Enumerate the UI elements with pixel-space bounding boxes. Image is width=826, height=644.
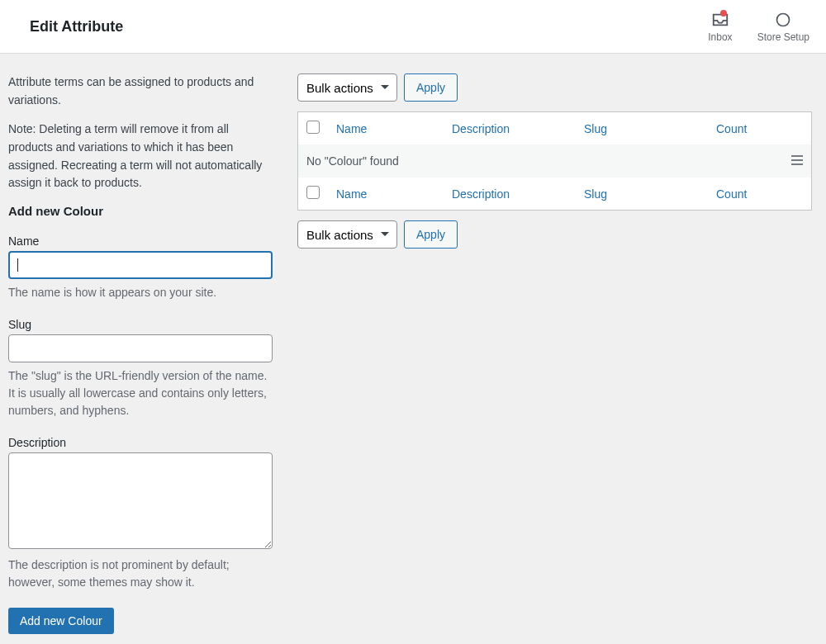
reorder-icon[interactable] bbox=[791, 154, 803, 168]
col-header-count[interactable]: Count bbox=[716, 122, 747, 135]
table-header-row: Name Description Slug Count bbox=[298, 112, 812, 145]
terms-table: Name Description Slug Count No "Colour" … bbox=[297, 111, 812, 211]
content-area: Attribute terms can be assigned to produ… bbox=[0, 54, 826, 644]
slug-input[interactable] bbox=[8, 334, 273, 362]
empty-message: No "Colour" found bbox=[306, 154, 399, 168]
select-all-checkbox-top[interactable] bbox=[306, 121, 320, 134]
table-column: Bulk actions Apply Name Description Slug… bbox=[297, 73, 812, 634]
svg-rect-3 bbox=[791, 163, 803, 165]
circle-icon bbox=[774, 11, 792, 29]
description-label: Description bbox=[8, 436, 273, 449]
apply-button-bottom[interactable]: Apply bbox=[404, 220, 458, 249]
description-field-group: Description The description is not promi… bbox=[8, 436, 273, 591]
table-empty-row: No "Colour" found bbox=[298, 144, 812, 178]
slug-label: Slug bbox=[8, 318, 273, 331]
col-footer-description[interactable]: Description bbox=[452, 187, 510, 201]
col-header-name[interactable]: Name bbox=[336, 122, 367, 135]
col-footer-name[interactable]: Name bbox=[336, 187, 367, 201]
store-setup-button[interactable]: Store Setup bbox=[757, 11, 809, 43]
inbox-label: Inbox bbox=[708, 31, 732, 43]
topbar-actions: Inbox Store Setup bbox=[708, 11, 809, 43]
slug-field-group: Slug The "slug" is the URL-friendly vers… bbox=[8, 318, 273, 419]
form-section-title: Add new Colour bbox=[8, 204, 273, 218]
bulk-actions-bottom: Bulk actions Apply bbox=[297, 220, 812, 249]
name-input[interactable] bbox=[8, 251, 273, 279]
intro-paragraph-1: Attribute terms can be assigned to produ… bbox=[8, 73, 273, 109]
inbox-button[interactable]: Inbox bbox=[708, 11, 732, 43]
form-column: Attribute terms can be assigned to produ… bbox=[8, 73, 273, 634]
svg-rect-2 bbox=[791, 159, 803, 161]
table-footer-row: Name Description Slug Count bbox=[298, 178, 812, 211]
page-title: Edit Attribute bbox=[30, 18, 123, 36]
bulk-actions-select-bottom[interactable]: Bulk actions bbox=[297, 220, 397, 249]
col-footer-slug[interactable]: Slug bbox=[584, 187, 607, 201]
bulk-actions-select-top[interactable]: Bulk actions bbox=[297, 73, 397, 102]
col-header-description[interactable]: Description bbox=[452, 122, 510, 135]
notification-dot-icon bbox=[720, 10, 727, 17]
name-help-text: The name is how it appears on your site. bbox=[8, 284, 273, 301]
svg-rect-1 bbox=[791, 155, 803, 157]
slug-help-text: The "slug" is the URL-friendly version o… bbox=[8, 367, 273, 419]
add-new-button[interactable]: Add new Colour bbox=[8, 608, 114, 634]
store-setup-label: Store Setup bbox=[757, 31, 809, 43]
intro-paragraph-2: Note: Deleting a term will remove it fro… bbox=[8, 121, 273, 192]
bulk-actions-top: Bulk actions Apply bbox=[297, 73, 812, 102]
description-input[interactable] bbox=[8, 452, 273, 549]
select-all-checkbox-bottom[interactable] bbox=[306, 186, 320, 199]
svg-point-0 bbox=[777, 13, 790, 26]
col-header-slug[interactable]: Slug bbox=[584, 122, 607, 135]
col-footer-count[interactable]: Count bbox=[716, 187, 747, 201]
topbar: Edit Attribute Inbox Store Setup bbox=[0, 0, 826, 54]
apply-button-top[interactable]: Apply bbox=[404, 73, 458, 102]
name-field-group: Name The name is how it appears on your … bbox=[8, 234, 273, 301]
description-help-text: The description is not prominent by defa… bbox=[8, 556, 273, 591]
name-label: Name bbox=[8, 234, 273, 248]
